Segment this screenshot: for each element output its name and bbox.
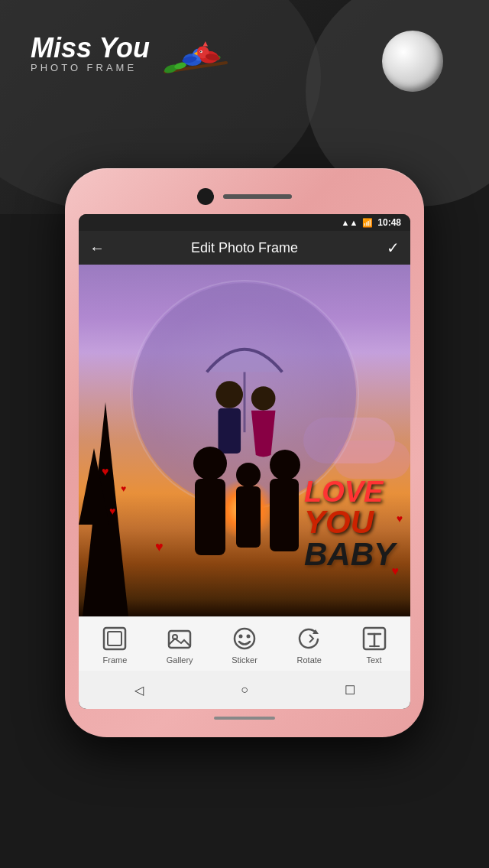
svg-rect-26 (195, 479, 225, 555)
app-subtitle: PHOTO FRAME (31, 62, 150, 73)
svg-rect-32 (108, 632, 121, 645)
svg-point-22 (216, 381, 244, 408)
nav-recent-button[interactable]: ☐ (338, 678, 361, 701)
text-label: Text (366, 655, 381, 665)
phone-nav: ◁ ○ ☐ (79, 671, 410, 709)
status-time: 10:48 (377, 217, 401, 228)
toolbar-gallery[interactable]: Gallery (166, 625, 193, 665)
toolbar-frame[interactable]: Frame (101, 625, 128, 665)
svg-point-27 (236, 463, 261, 487)
svg-rect-30 (270, 479, 299, 551)
love-text-overlay: LOVE YOU BABY (304, 477, 395, 571)
back-button[interactable]: ← (89, 239, 112, 257)
app-toolbar: ← Edit Photo Frame ✓ (79, 231, 410, 265)
text-icon (361, 625, 388, 652)
sticker-label: Sticker (232, 655, 257, 665)
svg-point-25 (193, 447, 227, 480)
home-indicator (214, 717, 275, 720)
frame-icon (101, 625, 128, 652)
check-button[interactable]: ✓ (377, 239, 400, 257)
battery-icon: 📶 (362, 218, 373, 228)
svg-point-36 (238, 635, 242, 639)
svg-marker-16 (203, 41, 208, 46)
top-right-circle (382, 31, 443, 92)
phone-camera (197, 188, 214, 205)
svg-point-35 (235, 629, 254, 649)
svg-point-24 (251, 386, 276, 411)
gallery-label: Gallery (167, 655, 193, 665)
svg-rect-28 (236, 486, 261, 548)
heart-4: ♥ (155, 539, 164, 555)
svg-point-37 (246, 635, 250, 639)
nav-back-button[interactable]: ◁ (128, 678, 151, 701)
toolbar-title: Edit Photo Frame (112, 240, 377, 256)
gallery-icon (166, 625, 193, 652)
heart-2: ♥ (121, 483, 126, 494)
signal-icon: ▲▲ (342, 218, 358, 227)
logo-text: Miss You PHOTO FRAME (31, 34, 150, 73)
heart-6: ♥ (397, 512, 403, 525)
love-line2: YOU (304, 506, 395, 538)
heart-3: ♥ (109, 505, 115, 517)
heart-1: ♥ (102, 465, 109, 479)
toolbar-text[interactable]: Text (361, 625, 388, 665)
nav-home-button[interactable]: ○ (233, 678, 256, 701)
birds-icon: ♥ (157, 23, 234, 84)
frame-label: Frame (103, 655, 128, 665)
phone-wrapper: ▲▲ 📶 10:48 ← Edit Photo Frame ✓ (65, 168, 424, 737)
phone-speaker (223, 194, 292, 199)
svg-rect-33 (169, 631, 190, 648)
love-line1: LOVE (304, 477, 395, 506)
svg-point-29 (270, 450, 300, 480)
phone-outer: ▲▲ 📶 10:48 ← Edit Photo Frame ✓ (65, 168, 424, 737)
app-title: Miss You (31, 34, 150, 62)
svg-text:♥: ♥ (199, 45, 202, 50)
love-line3: BABY (304, 538, 395, 571)
rotate-label: Rotate (297, 655, 322, 665)
phone-screen: ▲▲ 📶 10:48 ← Edit Photo Frame ✓ (79, 214, 410, 709)
bottom-toolbar: Frame Gallery (79, 616, 410, 671)
phone-bottom-bar (79, 709, 410, 723)
svg-point-14 (200, 51, 202, 53)
sticker-icon (231, 625, 258, 652)
phone-top-bar (79, 182, 410, 214)
photo-area: ♥ ♥ ♥ ♥ ♥ ♥ LOVE YOU BABY (79, 265, 410, 616)
tree-left-icon (79, 402, 132, 616)
status-bar: ▲▲ 📶 10:48 (79, 214, 410, 231)
toolbar-rotate[interactable]: Rotate (296, 625, 323, 665)
app-logo: Miss You PHOTO FRAME ♥ (31, 23, 234, 84)
toolbar-sticker[interactable]: Sticker (231, 625, 258, 665)
rotate-icon (296, 625, 323, 652)
